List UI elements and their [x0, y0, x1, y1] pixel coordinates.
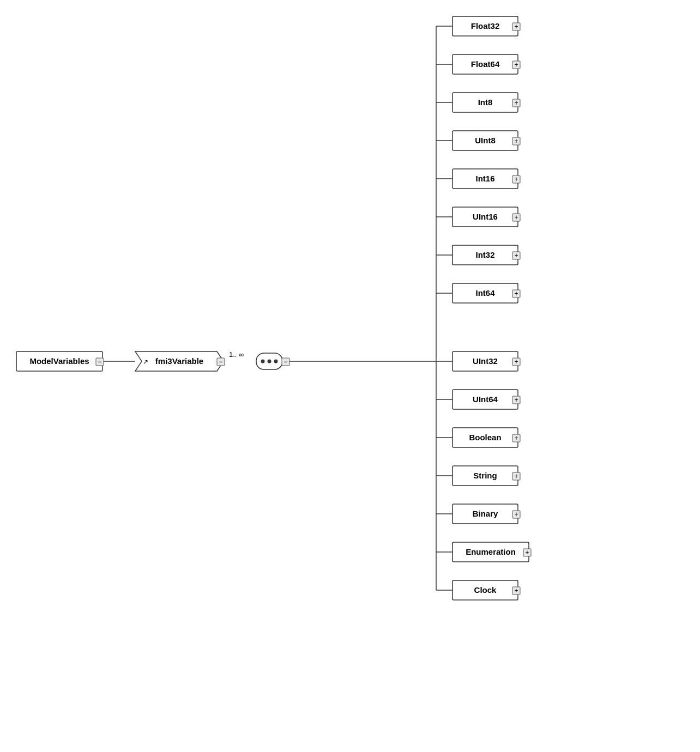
uint32-label: UInt32 — [473, 356, 498, 366]
model-variables-label: ModelVariables — [29, 356, 89, 366]
uint32-plus: + — [514, 358, 518, 366]
float32-plus: + — [514, 23, 518, 31]
uint64-plus: + — [514, 396, 518, 404]
choice-minus: − — [283, 358, 287, 366]
clock-plus: + — [514, 587, 518, 595]
dot3 — [274, 360, 278, 363]
float64-label: Float64 — [471, 59, 500, 69]
binary-plus: + — [514, 511, 518, 518]
model-variables-minus: − — [98, 358, 101, 366]
dot1 — [261, 360, 265, 363]
binary-label: Binary — [473, 509, 498, 518]
int64-label: Int64 — [475, 288, 495, 298]
int64-plus: + — [514, 290, 518, 298]
clock-label: Clock — [474, 585, 497, 595]
string-label: String — [473, 471, 497, 480]
dot2 — [268, 360, 271, 363]
enumeration-plus: + — [525, 549, 529, 556]
uint8-label: UInt8 — [475, 136, 496, 145]
uint8-plus: + — [514, 137, 518, 145]
int16-label: Int16 — [475, 174, 494, 183]
float64-plus: + — [514, 61, 518, 69]
boolean-label: Boolean — [469, 433, 501, 442]
boolean-plus: + — [514, 434, 518, 442]
uint16-label: UInt16 — [473, 212, 498, 221]
int8-label: Int8 — [478, 98, 493, 107]
uint64-label: UInt64 — [473, 395, 498, 404]
diagram-container: ModelVariables − fmi3Variable ↗ − 1.. ∞ … — [0, 0, 700, 752]
string-plus: + — [514, 472, 518, 480]
int32-plus: + — [514, 252, 518, 259]
fmi3variable-label: fmi3Variable — [155, 356, 203, 366]
float32-label: Float32 — [471, 21, 500, 31]
fmi3variable-arrow: ↗ — [143, 358, 148, 366]
cardinality-label: 1.. ∞ — [229, 350, 244, 359]
int32-label: Int32 — [475, 250, 494, 259]
enumeration-label: Enumeration — [466, 547, 516, 556]
fmi3variable-minus: − — [219, 358, 222, 366]
int16-plus: + — [514, 175, 518, 183]
int8-plus: + — [514, 99, 518, 107]
uint16-plus: + — [514, 214, 518, 221]
